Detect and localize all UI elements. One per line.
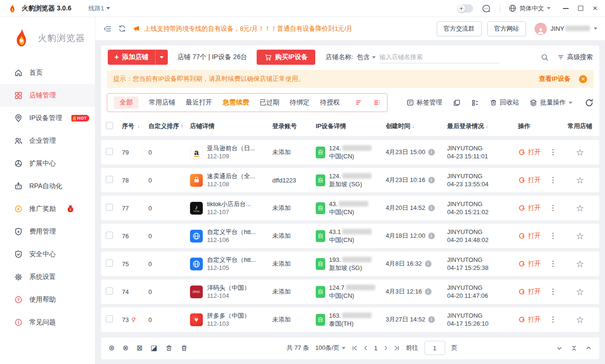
open-store-button[interactable]: 打开: [518, 176, 541, 184]
more-actions-button[interactable]: [549, 204, 557, 212]
sidebar-item-home[interactable]: 首页: [0, 61, 95, 84]
sidebar-item-help[interactable]: ? 使用帮助: [0, 288, 95, 311]
open-store-button[interactable]: 打开: [518, 260, 541, 268]
more-actions-button[interactable]: [549, 148, 557, 156]
close-all-icon[interactable]: ⊗: [123, 344, 129, 352]
tab-expired[interactable]: 已过期: [259, 98, 279, 107]
header-seq[interactable]: 序号↓: [122, 122, 148, 130]
tab-all[interactable]: 全部: [114, 96, 138, 109]
favorite-star-button[interactable]: [576, 203, 584, 213]
prev-page-button[interactable]: [363, 345, 369, 351]
sidebar-item-rpa[interactable]: RPA自动化: [0, 175, 95, 198]
info-icon[interactable]: [425, 288, 432, 295]
store-search-input[interactable]: [380, 51, 500, 63]
last-page-button[interactable]: [394, 345, 400, 351]
row-checkbox[interactable]: [106, 287, 113, 295]
collapse-rows-icon[interactable]: [571, 345, 577, 351]
sidebar-item-ip-devices[interactable]: IP设备管理 HOT: [0, 107, 95, 130]
recycle-bin-button[interactable]: 回收站: [490, 98, 519, 107]
current-page[interactable]: 1: [374, 345, 378, 352]
select-all-checkbox[interactable]: [106, 122, 113, 129]
alert-close-icon[interactable]: ✕: [579, 75, 587, 83]
tab-unbound[interactable]: 待绑定: [290, 98, 310, 107]
row-checkbox[interactable]: [106, 232, 113, 239]
sidebar-item-faq[interactable]: i 常见问题: [0, 311, 95, 334]
sidebar-item-settings[interactable]: 系统设置: [0, 266, 95, 288]
open-store-button[interactable]: 打开: [518, 148, 541, 156]
add-store-button[interactable]: +添加店铺: [108, 50, 168, 65]
sidebar-item-billing[interactable]: ¥ 费用管理: [0, 220, 95, 243]
sidebar-item-enterprise[interactable]: 企业管理: [0, 130, 95, 152]
favorite-star-button[interactable]: [576, 315, 584, 325]
more-actions-button[interactable]: [549, 260, 557, 268]
row-checkbox[interactable]: [106, 176, 113, 183]
page-size-select[interactable]: 100条/页: [315, 344, 346, 352]
maximize-button[interactable]: [578, 6, 583, 11]
close-button[interactable]: ×: [593, 4, 597, 12]
tag-manage-button[interactable]: 标签管理: [406, 98, 442, 107]
row-checkbox[interactable]: [106, 204, 113, 211]
header-custom-sort[interactable]: 自定义排序↑: [148, 122, 190, 130]
open-store-button[interactable]: 打开: [518, 204, 541, 212]
more-actions-button[interactable]: [549, 176, 557, 184]
info-icon[interactable]: [428, 233, 435, 239]
info-icon[interactable]: [428, 316, 435, 323]
close-window-icon[interactable]: ⊠: [137, 344, 143, 352]
favorite-star-button[interactable]: [576, 259, 584, 269]
row-checkbox[interactable]: [106, 260, 113, 267]
line-selector[interactable]: 线路1: [88, 4, 110, 13]
batch-operations-button[interactable]: 批量操作: [529, 98, 572, 107]
buy-ip-button[interactable]: 购买IP设备: [257, 50, 315, 65]
first-page-button[interactable]: [352, 345, 358, 351]
official-website-button[interactable]: 官方网站: [487, 21, 526, 36]
clear-cache-icon[interactable]: [165, 345, 173, 352]
add-store-dropdown[interactable]: [156, 50, 168, 65]
language-selector[interactable]: 简体中文: [509, 4, 551, 13]
info-icon[interactable]: [425, 260, 432, 267]
tab-frequent[interactable]: 常用店铺: [149, 98, 175, 107]
minimize-button[interactable]: [563, 8, 569, 9]
sidebar-item-extensions[interactable]: 扩展中心: [0, 152, 95, 175]
list-view-icon[interactable]: [373, 99, 380, 106]
sync-windows-icon[interactable]: ⊛: [109, 344, 115, 352]
support-chat-icon[interactable]: [482, 4, 491, 13]
search-mode-select[interactable]: 包含: [357, 53, 376, 61]
tab-renewal-needed[interactable]: 急需续费: [223, 98, 249, 107]
view-ip-devices-link[interactable]: 查看IP设备: [539, 75, 570, 83]
header-last-login[interactable]: 最后登录情况↓: [447, 122, 518, 130]
refresh-list-icon[interactable]: [585, 98, 594, 107]
favorite-star-button[interactable]: [576, 175, 584, 185]
row-checkbox[interactable]: [106, 148, 113, 155]
favorite-star-button[interactable]: [576, 287, 584, 297]
search-icon[interactable]: [541, 53, 549, 61]
sidebar-item-security[interactable]: 安全中心: [0, 243, 95, 266]
official-group-button[interactable]: 官方交流群: [437, 21, 482, 36]
next-page-button[interactable]: [383, 345, 389, 351]
sort-icon[interactable]: [355, 99, 363, 106]
open-store-button[interactable]: 打开: [518, 287, 541, 296]
goto-page-input[interactable]: [424, 341, 445, 355]
tab-pending-auth[interactable]: 待授权: [320, 98, 340, 107]
theme-toggle[interactable]: [457, 4, 473, 13]
user-menu[interactable]: JINY: [535, 23, 597, 35]
window-arrange-icon[interactable]: [453, 99, 461, 107]
sidebar-item-rewards[interactable]: ¥ 推广奖励 ¥: [0, 198, 95, 220]
arrange-window-icon[interactable]: ◪: [151, 344, 157, 352]
favorite-star-button[interactable]: [576, 147, 584, 157]
more-actions-button[interactable]: [549, 316, 557, 323]
refresh-icon[interactable]: [118, 25, 126, 33]
info-icon[interactable]: [428, 149, 435, 156]
info-icon[interactable]: [428, 205, 435, 211]
collapse-sidebar-icon[interactable]: [103, 25, 112, 33]
more-actions-button[interactable]: [549, 288, 557, 295]
open-store-button[interactable]: 打开: [518, 232, 541, 240]
row-checkbox[interactable]: [106, 315, 113, 322]
more-actions-button[interactable]: [549, 232, 557, 240]
info-icon[interactable]: [428, 177, 435, 183]
header-created[interactable]: 创建时间↓: [386, 122, 447, 130]
scroll-top-icon[interactable]: [586, 345, 592, 351]
sidebar-item-store-management[interactable]: 店铺管理: [0, 84, 95, 107]
layout-view-icon[interactable]: [471, 99, 479, 107]
delete-icon[interactable]: [181, 345, 188, 352]
scroll-down-icon[interactable]: [556, 345, 562, 351]
